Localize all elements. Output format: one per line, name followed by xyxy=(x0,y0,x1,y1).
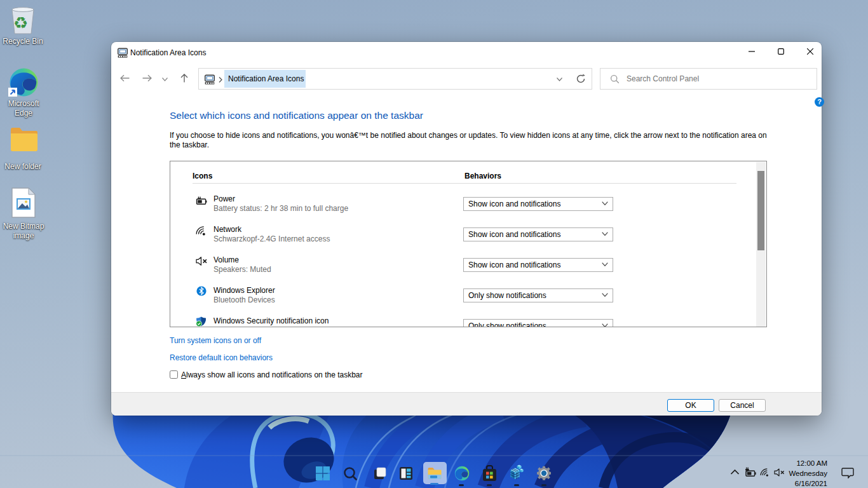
svg-text:♻: ♻ xyxy=(13,13,28,32)
